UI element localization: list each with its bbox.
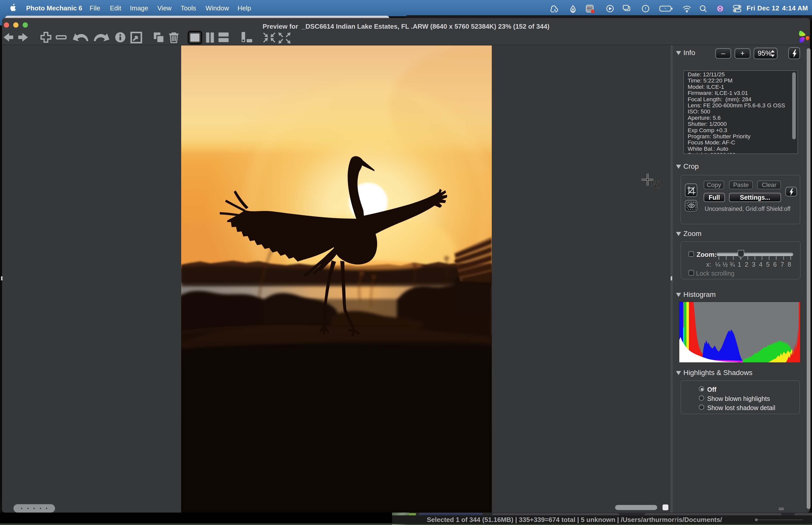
svg-text:IEDT: IEDT [587, 7, 592, 10]
svg-text:382: 382 [651, 184, 659, 189]
svg-text:!: ! [645, 6, 646, 11]
